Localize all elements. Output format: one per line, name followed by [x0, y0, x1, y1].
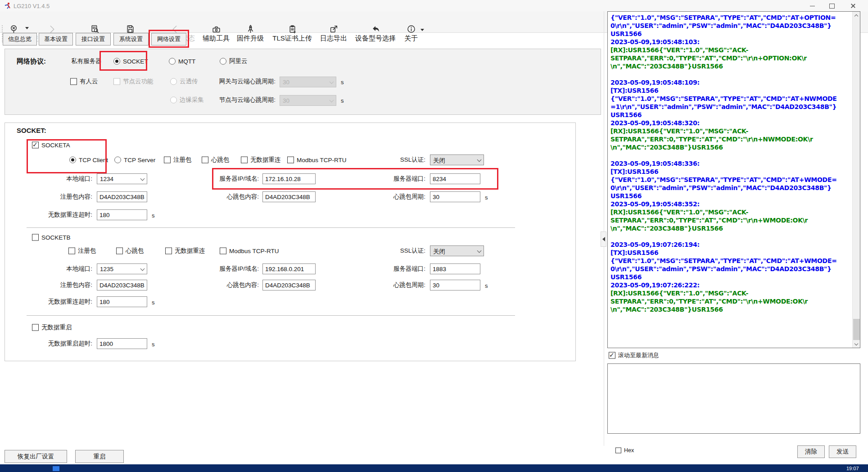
socketa-reconnect-label[interactable]: 无数据重连	[250, 156, 281, 164]
usr-cloud-label[interactable]: 有人云	[80, 77, 98, 86]
tab-active-4[interactable]: 网络设置	[151, 33, 186, 45]
minimize-button[interactable]	[802, 0, 822, 12]
socketb-timeout-input[interactable]	[97, 296, 147, 307]
socketb-serverip-input[interactable]	[262, 263, 316, 274]
socket-radio-label[interactable]: SOCKET	[123, 58, 148, 65]
socketa-serverip-input[interactable]	[262, 173, 316, 184]
log-line: [TX]:USR1566	[610, 86, 851, 95]
socketa-label[interactable]: SOCKETA	[41, 142, 70, 149]
socketa-hbpkt-label[interactable]: 心跳包	[211, 156, 230, 164]
log-line: [TX]:USR1566	[610, 249, 851, 257]
socketb-regpkt-checkbox[interactable]	[68, 248, 75, 254]
aliyun-radio-label[interactable]: 阿里云	[229, 57, 248, 65]
socketa-hbperiod-input[interactable]	[430, 191, 480, 202]
scroll-down-button[interactable]	[853, 340, 860, 348]
taskbar-app-indicator[interactable]	[53, 466, 59, 471]
tcp-client-label[interactable]: TCP Client	[79, 157, 108, 163]
scroll-up-button[interactable]	[853, 12, 860, 19]
taskbar[interactable]	[0, 464, 868, 472]
socketb-timeout-unit: s	[152, 299, 155, 306]
socketa-timeout-input[interactable]	[97, 209, 147, 220]
hex-checkbox[interactable]	[615, 448, 621, 454]
hex-label[interactable]: Hex	[624, 447, 634, 454]
mqtt-radio[interactable]	[169, 58, 176, 65]
toolbar-button-info[interactable]: 关于	[386, 24, 436, 43]
cloud-pass-radio[interactable]	[170, 78, 177, 85]
socketa-timeout-label: 无数据重连超时:	[18, 211, 92, 219]
nodata-restart-timeout-input[interactable]	[97, 338, 147, 349]
collapse-panel-button[interactable]	[601, 231, 606, 247]
log-line: 2023-05-09,19:05:48:352:	[610, 200, 851, 208]
log-line: \n","MAC":"203C348B"}USR1566	[610, 305, 851, 313]
socketa-ssl-select[interactable]: 关闭	[430, 154, 484, 165]
socketb-modbus-checkbox[interactable]	[220, 248, 226, 254]
socketa-ssl-label: SSL认证:	[360, 156, 425, 164]
socketb-regpkt-label[interactable]: 注册包	[78, 247, 96, 255]
maximize-icon	[829, 4, 835, 9]
restart-button[interactable]: 重启	[75, 450, 124, 463]
socketb-ssl-select[interactable]: 关闭	[430, 245, 484, 256]
tab-3[interactable]: 系统设置	[113, 33, 149, 45]
toolbar-button-label: 关于	[386, 34, 436, 43]
socketb-localport-select[interactable]: 1235	[97, 263, 147, 274]
node-cloud-checkbox[interactable]	[113, 78, 120, 85]
node-heartbeat-select[interactable]: 30	[280, 95, 336, 106]
log-line: {"VER":"1.0","MSG":"SETPARA","TYPE":"AT"…	[610, 257, 851, 265]
socketa-regcontent-input[interactable]	[97, 191, 147, 202]
socketa-modbus-label[interactable]: Modbus TCP-RTU	[297, 157, 347, 163]
scroll-latest-checkbox[interactable]	[609, 352, 615, 359]
nodata-restart-checkbox[interactable]	[32, 324, 39, 331]
tab-0[interactable]: 信息总览	[3, 33, 37, 45]
socketa-hbpkt-checkbox[interactable]	[202, 157, 208, 163]
tab-1[interactable]: 基本设置	[39, 33, 73, 45]
maximize-button[interactable]	[822, 0, 842, 12]
edge-collect-radio[interactable]	[170, 97, 177, 104]
socketa-localport-select[interactable]: 1234	[97, 173, 147, 184]
send-input[interactable]	[607, 363, 860, 434]
log-line: =1\r\n","USER":"admin","PSW":"admin","MA…	[610, 103, 851, 111]
mqtt-radio-label[interactable]: MQTT	[178, 58, 195, 65]
socketb-reconnect-checkbox[interactable]	[165, 248, 172, 254]
socketb-checkbox[interactable]	[32, 234, 39, 241]
socketb-label[interactable]: SOCKETB	[41, 234, 71, 241]
socketa-regpkt-checkbox[interactable]	[164, 157, 171, 163]
socketb-hbcontent-input[interactable]	[262, 280, 316, 290]
socketb-hbpkt-label[interactable]: 心跳包	[126, 247, 144, 255]
log-line: [TX]:USR1566	[610, 168, 851, 176]
send-button[interactable]: 发送	[829, 445, 856, 458]
aliyun-radio[interactable]	[220, 58, 226, 65]
socketb-reconnect-label[interactable]: 无数据重连	[175, 247, 205, 255]
gw-heartbeat-select[interactable]: 30	[280, 77, 336, 87]
node-heartbeat-unit: s	[341, 97, 344, 104]
clear-button[interactable]: 清除	[797, 445, 825, 458]
usr-cloud-checkbox[interactable]	[70, 78, 77, 85]
socketa-regpkt-label[interactable]: 注册包	[173, 156, 192, 164]
tab-2[interactable]: 接口设置	[76, 33, 111, 45]
socketa-serverport-input[interactable]	[430, 173, 480, 184]
socketa-localport-value: 1234	[100, 176, 113, 182]
socket-radio[interactable]	[113, 58, 120, 65]
socketb-serverport-input[interactable]	[430, 263, 480, 274]
socketa-modbus-checkbox[interactable]	[287, 157, 294, 163]
socketa-checkbox[interactable]	[32, 142, 39, 149]
scroll-latest-label[interactable]: 滚动至最新消息	[618, 351, 659, 359]
tcp-server-radio[interactable]	[114, 157, 121, 163]
socketb-ssl-value: 关闭	[433, 248, 445, 256]
socketa-hbcontent-input[interactable]	[262, 191, 316, 202]
socketb-regcontent-input[interactable]	[97, 280, 147, 290]
close-button[interactable]	[842, 0, 864, 12]
app-window: LG210 V1.4.5 断开进入配置状态读取参数设置参数退出配置状态辅助工具固…	[0, 0, 868, 472]
nodata-restart-label[interactable]: 无数据重启	[41, 323, 72, 331]
log-scrollbar[interactable]	[852, 12, 860, 348]
socketb-hbpkt-checkbox[interactable]	[116, 248, 123, 254]
tcp-client-radio[interactable]	[69, 157, 76, 163]
separator	[27, 315, 515, 316]
socketb-hbperiod-label: 心跳包周期:	[360, 281, 425, 289]
scrollbar-thumb[interactable]	[853, 319, 860, 340]
socketa-reconnect-checkbox[interactable]	[241, 157, 248, 163]
socketb-modbus-label[interactable]: Modbus TCP-RTU	[229, 248, 279, 254]
socketb-hbperiod-input[interactable]	[430, 280, 480, 290]
log-output[interactable]: {"VER":"1.0","MSG":"SETPARA","TYPE":"AT"…	[607, 11, 860, 348]
tcp-server-label[interactable]: TCP Server	[124, 157, 155, 163]
factory-reset-button[interactable]: 恢复出厂设置	[5, 450, 67, 463]
